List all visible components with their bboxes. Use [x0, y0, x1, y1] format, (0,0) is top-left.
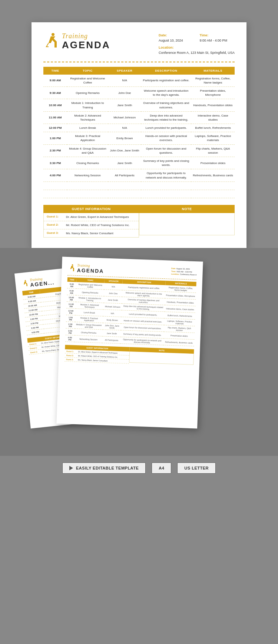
guest-row: Guest 1:Dr. Alice Green, Expert in Advan…: [44, 213, 139, 221]
mini-cell-speaker-front: Jane Smith: [102, 330, 121, 337]
mini-cell-mat-front: Refreshments, Business cards: [163, 339, 195, 346]
col-topic: TOPIC: [67, 67, 108, 75]
table-row: 9:00 AM Registration and Welcome Coffee …: [43, 75, 235, 87]
col-speaker: SPEAKER: [108, 67, 141, 75]
title-block: Training AGENDA: [62, 33, 110, 50]
guest-label: Guest 2:: [47, 223, 63, 226]
editable-template-label: EASILY EDITABLE TEMPLATE: [76, 466, 139, 470]
svg-point-1: [24, 280, 26, 281]
title-agenda: AGENDA: [62, 40, 110, 50]
cell-materials: Laptops, Software, Practice materials: [191, 132, 235, 144]
cell-time: 4:00 PM: [43, 169, 67, 182]
mini-cell-time-front: 12:00 PM: [66, 308, 75, 316]
cell-topic: Module 3: Practical Application: [67, 132, 108, 144]
mini-cell-speaker-front: Jane Smith: [104, 296, 122, 304]
mini-cell-time-front: 9:30 AM: [67, 288, 76, 295]
logo-section: Training AGENDA: [43, 33, 159, 50]
date-value: August 10, 2024: [159, 39, 183, 42]
mini-cell-topic-front: Networking Session: [75, 336, 103, 343]
mini-cell-speaker-front: Emily Brown: [103, 316, 122, 324]
cell-topic: Closing Remarks: [67, 157, 108, 169]
table-header-row: TIME TOPIC SPEAKER DESCRIPTION MATERIALS: [43, 67, 235, 75]
guest-information-section: GUEST INFORMATION Guest 1:Dr. Alice Gree…: [43, 205, 139, 238]
header-info: Date: August 10, 2024 Time: 9:00 AM - 4:…: [159, 33, 235, 56]
cell-speaker: Michael Johnson: [108, 111, 141, 124]
mini-cell-time-front: 3:30 PM: [66, 328, 75, 336]
editable-template-button[interactable]: EASILY EDITABLE TEMPLATE: [62, 462, 146, 474]
cell-materials: Flip charts, Markers, Q&A session: [191, 144, 235, 157]
cell-topic: Opening Remarks: [67, 86, 108, 99]
cell-materials: Presentation slides, Microphone: [191, 86, 235, 99]
cell-materials: Refreshments, Business cards: [191, 169, 235, 182]
note-header: NOTE: [139, 205, 235, 213]
mini-cell-speaker-front: John Doe, Jane Smith: [103, 323, 121, 330]
mini-cell-time-front: 4:00 PM: [65, 335, 75, 342]
mini-cell-speaker-front: Michael Johnson: [103, 303, 122, 310]
page-wrapper: Training AGENDA Date: August 10, 2024 Ti…: [0, 0, 278, 480]
cell-topic: Module 4: Group Discussion and Q&A: [67, 144, 108, 157]
cell-speaker: All Participants: [108, 169, 141, 182]
cell-speaker: John Doe: [108, 86, 141, 99]
title-training: Training: [62, 33, 110, 40]
cell-time: 10:00 AM: [43, 99, 67, 111]
svg-point-0: [52, 33, 54, 36]
cell-materials: Handouts, Presentation slides: [191, 99, 235, 111]
guest-body: Guest 1:Dr. Alice Green, Expert in Advan…: [43, 213, 139, 238]
mini-loc-label-front: Location:: [171, 273, 179, 275]
us-letter-button[interactable]: US LETTER: [177, 462, 216, 474]
document-header: Training AGENDA Date: August 10, 2024 Ti…: [43, 33, 235, 56]
cell-description: Overview of training objectives and outc…: [141, 99, 191, 111]
cell-time: 12:00 PM: [43, 124, 67, 132]
cell-description: Hands-on session with practical exercise…: [141, 132, 191, 144]
mini-cell-speaker-front: N/A: [104, 283, 123, 290]
cell-time: 2:30 PM: [43, 144, 67, 157]
cell-speaker: Jane Smith: [108, 99, 141, 111]
cell-speaker: John Doe, Jane Smith: [108, 144, 141, 157]
cell-description: Opportunity for participants to network …: [141, 169, 191, 182]
guest-row: Guest 2:Mr. Robert White, CEO of Trainin…: [44, 221, 139, 229]
runner-icon: [43, 33, 59, 50]
cell-description: Welcome speech and introduction to the d…: [141, 86, 191, 99]
table-row: 2:30 PM Module 4: Group Discussion and Q…: [43, 144, 235, 157]
cell-description: Lunch provided for participants.: [141, 124, 191, 132]
cell-time: 9:30 AM: [43, 86, 67, 99]
guest-label: Guest 3:: [47, 231, 63, 235]
footer-bar: EASILY EDITABLE TEMPLATE A4 US LETTER: [0, 456, 278, 480]
cell-speaker: Jane Smith: [108, 157, 141, 169]
time-block: Time: 9:00 AM - 4:00 PM: [199, 33, 235, 43]
cell-topic: Lunch Break: [67, 124, 108, 132]
note-body: [139, 213, 235, 235]
empty-row: [43, 182, 235, 190]
svg-point-2: [72, 264, 73, 266]
cell-description: Deep dive into advanced techniques relat…: [141, 111, 191, 124]
cell-description: Summary of key points and closing words.: [141, 157, 191, 169]
mini-table-front: TIME TOPIC SPEAKER DESCRIPTION MATERIALS…: [65, 277, 196, 346]
table-row: 1:00 PM Module 3: Practical Application …: [43, 132, 235, 144]
date-block: Date: August 10, 2024: [159, 33, 194, 43]
cell-speaker: Emily Brown: [108, 132, 141, 144]
table-row: 9:30 AM Opening Remarks John Doe Welcome…: [43, 86, 235, 99]
cell-materials: Presentation slides: [191, 157, 235, 169]
table-row: 3:30 PM Closing Remarks Jane Smith Summa…: [43, 157, 235, 169]
play-icon: [69, 466, 73, 470]
cell-description: Participants registration and coffee.: [141, 75, 191, 87]
cell-topic: Networking Session: [67, 169, 108, 182]
second-document-section: Training AGEN... TIME TOPIC SPEAKER 9:00…: [0, 248, 278, 456]
guest-header: GUEST INFORMATION: [43, 205, 139, 213]
table-row: 10:00 AM Module 1: Introduction to Train…: [43, 99, 235, 111]
mini-time-label-front: Time:: [171, 270, 176, 272]
front-document: Training AGENDA Date: August 10, 2024 Ti…: [56, 257, 203, 429]
mini-agenda-front: AGENDA: [77, 267, 104, 274]
main-document: Training AGENDA Date: August 10, 2024 Ti…: [32, 22, 246, 248]
mini-guest-body-front: Guest 1:Dr. Alice Green, Expert in Advan…: [64, 349, 129, 364]
guest-name: Dr. Alice Green, Expert in Advanced Tech…: [66, 215, 129, 219]
mini-runner-icon-back: [21, 279, 29, 288]
cell-materials: Registration forms, Coffee, Name badges: [191, 75, 235, 87]
agenda-table: TIME TOPIC SPEAKER DESCRIPTION MATERIALS…: [43, 67, 235, 198]
mini-cell-time-front: 2:30 PM: [66, 322, 75, 329]
note-section: NOTE: [139, 205, 235, 238]
location-value: Conference Room A, 123 Main St, Springfi…: [159, 51, 235, 55]
mini-cell-time-front: 11:00 AM: [66, 302, 76, 309]
a4-button[interactable]: A4: [152, 462, 171, 474]
cell-materials: Buffet lunch, Refreshments: [191, 124, 235, 132]
